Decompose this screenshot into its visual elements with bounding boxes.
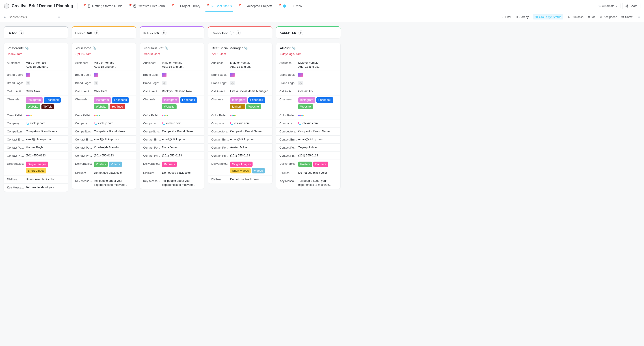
- bolt-icon: [598, 4, 601, 8]
- svg-rect-3: [212, 5, 213, 6]
- svg-point-8: [627, 6, 628, 8]
- tab-brief-status[interactable]: 📌Brief Status: [204, 0, 235, 12]
- task-card[interactable]: Fabulous Pet 📎Mar 30, 4amAudience:Male o…: [140, 43, 204, 189]
- tab-label: Project Library: [180, 4, 200, 8]
- field-person: Contact Pe...Nada Jones: [140, 144, 204, 152]
- field-value: (201) 555-0123: [26, 154, 65, 158]
- task-card[interactable]: AllPrint 📎6 days ago, 4amAudience:Male o…: [276, 43, 340, 189]
- share-icon: [625, 4, 628, 8]
- tab-extra[interactable]: 📌: [276, 0, 289, 12]
- field-value: ◎: [298, 81, 337, 86]
- field-value: email@clickup.com: [94, 137, 133, 142]
- column-header[interactable]: RESEARCH5: [72, 26, 136, 38]
- field-label: Brand Book:: [143, 72, 162, 76]
- field-value: Competitor Brand Name: [230, 129, 269, 133]
- column-accepted: ACCEPTED5AllPrint 📎6 days ago, 4amAudien…: [276, 26, 340, 189]
- assignees-button[interactable]: Assignees: [600, 15, 617, 18]
- task-card[interactable]: YourHome 📎Apr 10, 4amAudience:Male or Fe…: [72, 43, 136, 189]
- tab-icon: [242, 4, 246, 8]
- column-count: 5: [298, 30, 304, 35]
- field-phone: Contact Ph...(201) 555-0123: [208, 152, 272, 160]
- field-label: Contact Em...: [211, 137, 230, 141]
- share-button[interactable]: Share: [622, 3, 640, 9]
- tag-website: Website: [246, 104, 261, 109]
- column-header[interactable]: REJECTED✓3: [208, 26, 272, 38]
- field-value: Tell people about your experiences to mo…: [94, 179, 133, 187]
- field-deliverables: Deliverables:PostersBanners: [276, 160, 340, 169]
- palette-dots: [26, 113, 32, 117]
- field-label: Channels:: [211, 97, 230, 101]
- field-value: (201) 555-0123: [162, 154, 201, 158]
- field-brand-book: Brand Book:: [208, 71, 272, 79]
- filter-icon: [501, 16, 504, 18]
- field-value: Competitor Brand Name: [94, 129, 133, 133]
- brand-logo-thumb: ◎: [26, 81, 30, 86]
- field-label: Contact Pe...: [280, 146, 298, 149]
- svg-rect-12: [535, 17, 536, 18]
- field-label: Dislikes:: [280, 171, 298, 174]
- field-value: email@clickup.com: [298, 137, 337, 142]
- filter-button[interactable]: Filter: [501, 15, 511, 18]
- attachment-icon: 📎: [25, 46, 29, 50]
- field-label: Contact Pe...: [211, 146, 230, 149]
- field-value: [94, 113, 133, 117]
- people-icon: [600, 16, 602, 18]
- column-title: IN REVIEW: [144, 31, 159, 34]
- field-value: Single ImagesShort Videos: [26, 162, 65, 174]
- kanban-board: TO DO2Restorante 📎Today, 4amAudience:Mal…: [0, 22, 644, 346]
- task-card[interactable]: Restorante 📎Today, 4amAudience:Male or F…: [4, 43, 68, 192]
- field-value: clickup.com: [94, 121, 133, 125]
- field-audience: Audience:Male or FemaleAge: 18 and up...: [4, 59, 68, 71]
- field-value: Tell people about your: [26, 185, 65, 189]
- column-header[interactable]: IN REVIEW5: [140, 26, 204, 38]
- filter-label: Filter: [505, 15, 511, 18]
- subtasks-button[interactable]: Subtasks: [567, 15, 583, 18]
- field-label: Brand Logo:: [7, 81, 26, 85]
- field-brand-logo: Brand Logo:◎: [276, 79, 340, 88]
- field-dislikes: Dislikes:Do not use black color: [208, 176, 272, 184]
- svg-point-15: [600, 16, 601, 17]
- tab-getting-started-guide[interactable]: 📌Getting Started Guide: [80, 0, 126, 12]
- search-more-icon[interactable]: •••: [56, 15, 60, 19]
- column-header[interactable]: ACCEPTED5: [276, 26, 340, 38]
- palette-dots: [230, 113, 236, 117]
- field-person: Contact Pe...Khadeejah Franklin: [72, 144, 136, 152]
- tab-project-library[interactable]: 📌Project Library: [168, 0, 204, 12]
- field-channels: Channels:InstagramFacebookLinkedInWebsit…: [208, 96, 272, 111]
- search-box[interactable]: [4, 15, 53, 19]
- brand-book-thumb: [162, 72, 166, 77]
- field-value: ◎: [26, 81, 65, 86]
- card-fields: Audience:Male or FemaleAge: 18 and up...…: [140, 59, 204, 189]
- automate-button[interactable]: Automate ⌄: [595, 3, 621, 9]
- field-cta: Call to Acti...Contact Us: [276, 88, 340, 96]
- show-button[interactable]: Show: [621, 15, 632, 18]
- me-button[interactable]: Me: [588, 15, 596, 18]
- task-card[interactable]: Best Social Manager 📎Apr 1, 4amAudience:…: [208, 43, 272, 184]
- tab-label: Getting Started Guide: [92, 4, 122, 8]
- tab-accepted-projects[interactable]: 📌Accepted Projects: [235, 0, 276, 12]
- field-label: Color Pallet...: [75, 113, 94, 117]
- tag-single-images: Single Images: [230, 162, 252, 167]
- divider: [78, 3, 78, 9]
- groupby-button[interactable]: Group by: Status: [533, 14, 563, 20]
- palette-dots: [298, 113, 304, 117]
- column-title: REJECTED: [212, 31, 228, 34]
- sort-button[interactable]: Sort by: [516, 15, 528, 18]
- card-title: Fabulous Pet 📎: [144, 46, 200, 50]
- field-label: Brand Logo:: [280, 81, 298, 85]
- column-header[interactable]: TO DO2: [4, 26, 68, 38]
- toolbar-more-icon[interactable]: •••: [636, 15, 640, 19]
- field-label: Key Messa...: [143, 179, 162, 183]
- field-email: Contact Em...email@clickup.com: [208, 136, 272, 144]
- field-company: Company ... clickup.com: [72, 120, 136, 128]
- add-view-button[interactable]: + View: [290, 3, 305, 9]
- search-input[interactable]: [9, 15, 40, 19]
- tag-youtube: YouTube: [110, 104, 125, 109]
- field-value: (201) 555-0123: [230, 154, 269, 158]
- field-brand-logo: Brand Logo:◎: [208, 79, 272, 88]
- field-audience: Audience:Male or FemaleAge: 18 and up...: [208, 59, 272, 71]
- tab-creative-brief-form[interactable]: 📌Creative Brief Form: [126, 0, 168, 12]
- field-channels: Channels:InstagramFacebookWebsiteYouTube: [72, 96, 136, 111]
- card-fields: Audience:Male or FemaleAge: 18 and up...…: [208, 59, 272, 184]
- field-value: PostersBanners: [298, 162, 337, 167]
